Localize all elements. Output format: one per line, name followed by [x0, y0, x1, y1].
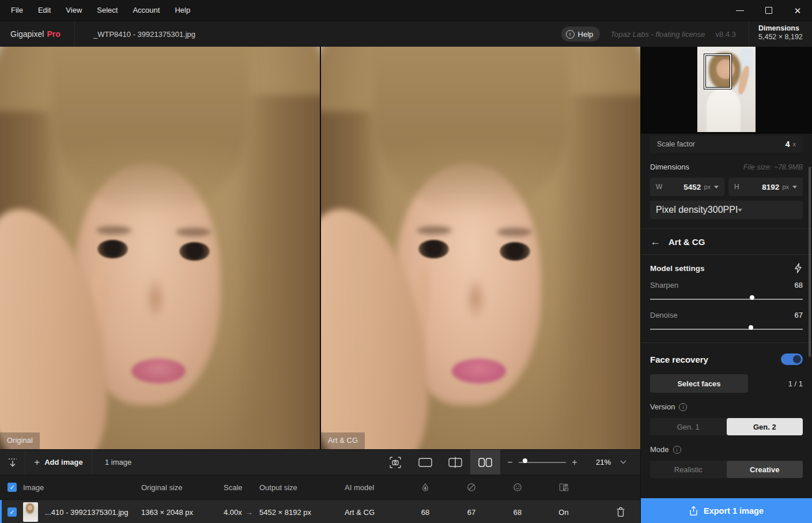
- sharpen-value: 68: [795, 281, 803, 289]
- enhanced-label: Art & CG: [321, 432, 365, 449]
- maximize-button[interactable]: [754, 0, 783, 21]
- face-zoom-button[interactable]: [380, 450, 410, 475]
- sharpen-droplet-icon: [402, 483, 448, 492]
- height-value: 8192: [762, 183, 779, 191]
- row-face-recovery-value: 68: [494, 508, 541, 517]
- image-count: 1 image: [92, 458, 131, 466]
- menu-edit[interactable]: Edit: [31, 0, 58, 21]
- titlebar-right: i Help Topaz Labs - floating license v8.…: [561, 21, 812, 47]
- width-input[interactable]: W 5452 px: [650, 178, 724, 196]
- sharpen-slider[interactable]: [650, 295, 803, 303]
- single-view-button[interactable]: [410, 450, 440, 475]
- back-button[interactable]: ←: [650, 236, 660, 247]
- add-image-button[interactable]: + Add image: [25, 450, 92, 475]
- mode-label: Mode: [650, 445, 669, 454]
- enhanced-pane[interactable]: Art & CG: [321, 47, 640, 449]
- version-gen1-option[interactable]: Gen. 1: [650, 418, 727, 435]
- navigator-strip: [641, 47, 812, 134]
- plus-icon: +: [34, 457, 40, 468]
- menu-file[interactable]: File: [3, 0, 31, 21]
- face-recovery-smiley-icon: [494, 483, 541, 492]
- col-image: Image: [23, 483, 141, 492]
- zoom-slider-knob[interactable]: [523, 458, 527, 463]
- width-label: W: [656, 183, 662, 191]
- mode-realistic-option[interactable]: Realistic: [650, 461, 727, 478]
- chevron-down-icon[interactable]: [738, 209, 742, 212]
- row-original-size: 1363 × 2048 px: [141, 508, 224, 517]
- height-label: H: [734, 183, 739, 191]
- mode-info-icon[interactable]: i: [673, 446, 681, 454]
- denoise-slider-knob[interactable]: [749, 325, 753, 330]
- zoom-slider[interactable]: [519, 458, 566, 466]
- zoom-percentage[interactable]: 21%: [588, 458, 611, 466]
- pixel-density-label: Pixel density: [656, 205, 708, 215]
- collapse-panel-button[interactable]: [0, 450, 25, 475]
- close-button[interactable]: ✕: [783, 0, 812, 21]
- scale-factor-value: 4: [785, 140, 790, 149]
- view-mode-group: − + 21%: [380, 450, 640, 475]
- output-dimensions: Dimensions 5,452 × 8,192: [749, 21, 812, 47]
- denoise-slider[interactable]: [650, 325, 803, 333]
- export-button[interactable]: Export 1 image: [641, 498, 812, 523]
- sidebar-scrollbar[interactable]: [809, 167, 811, 357]
- minimize-button[interactable]: [726, 0, 754, 21]
- split-view-icon: [448, 457, 462, 468]
- face-selection-box: [704, 54, 731, 88]
- delete-image-button[interactable]: [587, 507, 640, 517]
- open-filename: _WTP8410 - 39921375301.jpg: [75, 30, 195, 39]
- check-icon: ✓: [9, 484, 14, 491]
- select-all-checkbox[interactable]: ✓: [7, 483, 17, 492]
- zoom-in-button[interactable]: +: [569, 457, 580, 468]
- add-image-label: Add image: [44, 458, 82, 466]
- menu-select[interactable]: Select: [89, 0, 125, 21]
- close-icon: ✕: [794, 6, 802, 15]
- version-text: v8.4.3: [716, 30, 736, 39]
- table-row[interactable]: ✓ ...410 - 39921375301.jpg 1363 × 2048 p…: [0, 499, 640, 523]
- faces-count: 1 / 1: [788, 379, 803, 388]
- denoise-circle-icon: [448, 483, 494, 492]
- chevron-down-icon[interactable]: [714, 186, 719, 189]
- trash-icon: [616, 507, 625, 517]
- lightning-icon: [794, 263, 803, 273]
- side-by-side-view-button[interactable]: [470, 450, 500, 475]
- face-recovery-toggle[interactable]: [781, 353, 803, 365]
- menu-help[interactable]: Help: [167, 0, 198, 21]
- version-info-icon[interactable]: i: [679, 403, 687, 411]
- height-input[interactable]: H 8192 px: [728, 178, 803, 196]
- pro-badge: Pro: [47, 29, 60, 39]
- split-view-button[interactable]: [440, 450, 470, 475]
- help-button[interactable]: i Help: [561, 27, 600, 42]
- col-scale: Scale: [224, 483, 259, 492]
- row-sharpen-value: 68: [402, 508, 448, 517]
- version-gen2-option[interactable]: Gen. 2: [727, 418, 803, 435]
- menu-view[interactable]: View: [58, 0, 89, 21]
- denoise-value: 67: [795, 311, 803, 319]
- window-controls: ✕: [726, 0, 812, 21]
- menu-bar: File Edit View Select Account Help ✕: [0, 0, 812, 21]
- scale-factor-unit: x: [793, 141, 796, 148]
- check-icon: ✓: [9, 509, 14, 516]
- version-segmented-control: Gen. 1 Gen. 2: [650, 418, 803, 435]
- info-icon: i: [566, 30, 575, 39]
- sharpen-label: Sharpen: [650, 281, 678, 289]
- dimensions-label: Dimensions: [758, 24, 803, 32]
- auto-settings-button[interactable]: [794, 263, 803, 273]
- pixel-density-input[interactable]: Pixel density 300 PPI: [650, 201, 803, 219]
- zoom-out-button[interactable]: −: [505, 457, 515, 468]
- app-name: Gigapixel: [10, 29, 44, 39]
- row-checkbox[interactable]: ✓: [7, 507, 17, 517]
- menu-account[interactable]: Account: [125, 0, 167, 21]
- original-pane[interactable]: Original: [0, 47, 320, 449]
- table-header: ✓ Image Original size Scale Output size …: [0, 475, 640, 499]
- row-texture-value: On: [541, 508, 587, 517]
- select-faces-button[interactable]: Select faces: [650, 374, 748, 393]
- menu-items: File Edit View Select Account Help: [0, 0, 198, 21]
- navigator-thumbnail[interactable]: [697, 47, 756, 132]
- chevron-down-icon[interactable]: [792, 186, 797, 189]
- zoom-dropdown-button[interactable]: [620, 460, 626, 464]
- row-filename: ...410 - 39921375301.jpg: [45, 508, 129, 517]
- mode-creative-option[interactable]: Creative: [727, 461, 803, 478]
- original-label: Original: [0, 432, 40, 449]
- dimensions-value: 5,452 × 8,192: [758, 33, 803, 41]
- scale-factor-row[interactable]: Scale factor 4 x: [650, 136, 803, 153]
